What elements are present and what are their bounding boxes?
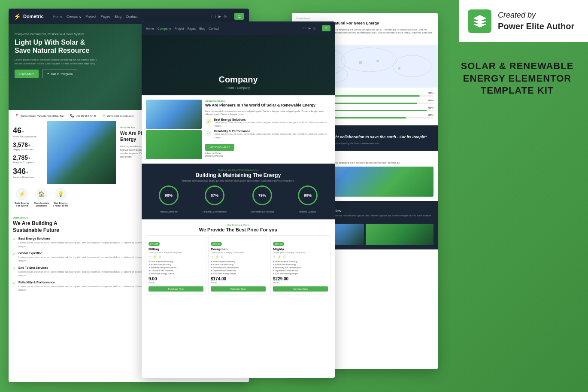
svg-point-4 <box>359 61 362 64</box>
company-nav-links: Home Company Project Pages Blog Contact <box>146 27 219 30</box>
shield-icon: 🛡 <box>207 131 210 135</box>
plan-1-icons: ☀ ⚡ ♻ <box>149 255 203 259</box>
plan-3-feat-2: ● In-time manufacturing <box>273 263 328 266</box>
plan-3-badge: 14% Off <box>273 242 284 246</box>
menu-button[interactable]: ☰ <box>234 13 244 20</box>
building-tag: Features We Have Which Enhance Us <box>147 169 330 171</box>
stat-customers-label: Happy Customers <box>13 148 43 151</box>
co-social-tw: t <box>306 27 306 30</box>
circle-reliability: 87% Reliability & performance <box>203 185 227 214</box>
co-nav-company[interactable]: Company <box>158 27 171 30</box>
plan-3-feat-4: ● Crystalline cell materials <box>273 269 328 272</box>
co-social-fb: f <box>303 27 303 30</box>
building-section: Features We Have Which Enhance Us Buildi… <box>142 164 335 219</box>
plan-1-price: 9.00 <box>149 277 203 281</box>
plan-1-button[interactable]: Purchase Now <box>149 286 203 292</box>
svg-point-6 <box>398 67 400 70</box>
progress-value-4: 80% <box>428 114 433 116</box>
layers-icon <box>473 14 487 28</box>
plan-3-icon-3: ♻ <box>283 255 286 259</box>
co-nav-home[interactable]: Home <box>146 27 154 30</box>
plan-1-name: Billing <box>149 247 203 251</box>
plan-3-feat-5: ● 50% more energy output <box>273 272 328 275</box>
progress-value-1: 90% <box>428 92 433 94</box>
building-title: Building & Maintaining The Energy <box>147 172 330 178</box>
contact-button[interactable]: +62 85-964-47-25 <box>205 144 234 151</box>
plan-2-desc: Lorem Ipsum is simply dummy text <box>211 251 266 254</box>
plan-2-feat-4: ● Crystalline cell materials <box>211 269 266 272</box>
company-page-title: Company <box>218 75 258 85</box>
contact-email: ✉ dometric@domain.com <box>103 114 134 118</box>
nav-link-company[interactable]: Company <box>67 15 81 18</box>
nav-link-home[interactable]: Home <box>53 15 62 18</box>
service-safe-energy: ⚡ Safe EnergyFor World <box>15 188 30 207</box>
stat-projects-plus: + <box>28 156 30 161</box>
plan-2-icon-2: ⚡ <box>215 255 219 259</box>
learn-more-button[interactable]: Learn More <box>15 70 39 78</box>
stat-awards-label: Awards Milestones <box>13 176 43 179</box>
svg-point-1 <box>341 48 397 72</box>
pricing-tag: Our Pricing & Plans <box>146 224 330 226</box>
plan-1-icon-1: ☀ <box>149 255 152 259</box>
plan-3-price: $229.00 <box>273 277 328 281</box>
forest-energy-label: Get EnergyFrom Forest <box>53 202 68 207</box>
nav-link-project[interactable]: Project <box>85 15 96 18</box>
phone-icon: 📞 <box>70 114 74 118</box>
plan-3-desc: Lorem Ipsum is simply dummy text <box>273 251 328 254</box>
what-item-2: ✓ Global Expertise Lorem ipsum dolor sit… <box>13 252 146 263</box>
lightning-icon: ⚡ <box>206 120 211 124</box>
plan-3-name: Mighty <box>273 247 328 251</box>
wind-turbine-image <box>47 121 116 184</box>
about-content-col: About Company We Are Pioneers In The Wor… <box>205 100 330 159</box>
social-yt: ▶ <box>218 15 221 18</box>
stat-customers: 3,578 + Happy Customers <box>13 141 43 151</box>
residential-icon: 🏠 <box>35 188 47 200</box>
plan-2-feat-1: ● Solar material financing <box>211 260 266 263</box>
author-badge: Created by Power Elite Author <box>459 0 588 42</box>
co-nav-contact[interactable]: Contact <box>209 27 219 30</box>
safe-energy-label: Safe EnergyFor World <box>15 202 30 207</box>
co-social-ig: ◎ <box>313 27 315 30</box>
nav-link-blog[interactable]: Blog <box>115 15 121 18</box>
circle-2-percent: 87% <box>211 193 218 198</box>
plan-2-period: Month <box>211 281 266 284</box>
plan-2-badge: 24% Off <box>211 242 222 246</box>
contact-address: 📍 Sunset Road, Parkville VIC 3052, Bali <box>15 114 64 118</box>
hamburger-icon: ☰ <box>238 15 241 18</box>
plan-1-feat-2: ● In-time manufacturing <box>149 263 203 266</box>
circle-1-percent: 98% <box>165 193 173 198</box>
nav-link-contact[interactable]: Contact <box>126 15 138 18</box>
co-nav-blog[interactable]: Blog <box>199 27 205 30</box>
what-item-3: ✓ End To End Services Lorem ipsum dolor … <box>13 266 146 277</box>
circle-solar: 79% Solar Material Financing <box>251 185 274 214</box>
about-image-2 <box>146 130 202 159</box>
telegram-icon: ✈ <box>47 72 49 76</box>
plan-3-icons: ☀ ⚡ ♻ <box>273 255 328 259</box>
circle-4-label: Installed Capacity <box>299 210 316 213</box>
svg-point-5 <box>376 60 379 62</box>
co-menu-btn[interactable]: ☰ <box>322 25 330 31</box>
plan-2-price: $174.00 <box>211 277 266 281</box>
stat-awards-number: 346 <box>13 167 26 176</box>
service-residential: 🏠 ResidentialsSolutions <box>34 188 49 207</box>
telegram-button[interactable]: ✈ Join In Telegram <box>42 70 77 78</box>
project-thumb-2 <box>366 224 433 245</box>
circle-3-percent: 79% <box>258 193 266 198</box>
feature-icon-1: ⚡ <box>205 118 212 125</box>
social-tw: t <box>215 15 216 18</box>
what-title: We Are Building ASustainable Future <box>13 220 146 234</box>
plan-1-feat-1: ● Solar material financing <box>149 260 203 263</box>
plan-2-button[interactable]: Purchase Now <box>211 286 266 292</box>
plan-3-button[interactable]: Purchase Now <box>273 286 328 292</box>
about-tag: About Company <box>205 100 330 102</box>
about-image-1 <box>146 100 202 129</box>
company-breadcrumb: Home / Company <box>227 86 250 89</box>
co-nav-project[interactable]: Project <box>175 27 184 30</box>
svg-point-2 <box>393 55 431 77</box>
nav-link-pages[interactable]: Pages <box>100 15 110 18</box>
co-nav-pages[interactable]: Pages <box>187 27 196 30</box>
check-icon-3: ✓ <box>13 267 16 277</box>
stat-customers-plus: + <box>28 143 30 148</box>
co-social-yt: ▶ <box>309 27 311 30</box>
co-social-links: f t ▶ ◎ <box>303 27 315 30</box>
